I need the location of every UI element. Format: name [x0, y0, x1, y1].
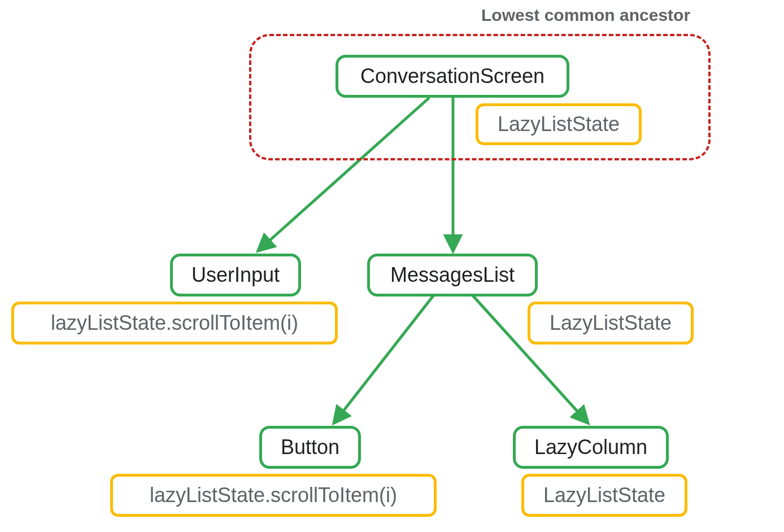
svg-line-2 [334, 294, 435, 422]
node-messages-list-attach: LazyListState [528, 302, 694, 345]
node-user-input-attach: lazyListState.scrollToItem(i) [11, 302, 338, 345]
node-lazy-column: LazyColumn [513, 426, 669, 469]
diagram-canvas: Lowest common ancestor ConversationScree… [0, 0, 784, 532]
node-conversation-screen: ConversationScreen [336, 55, 569, 98]
ancestor-label: Lowest common ancestor [481, 6, 690, 25]
node-lazy-column-attach: LazyListState [521, 474, 687, 517]
node-user-input: UserInput [170, 254, 301, 296]
node-button-attach: lazyListState.scrollToItem(i) [110, 474, 437, 517]
node-button: Button [259, 426, 361, 469]
node-lazyliststate-top: LazyListState [476, 103, 642, 145]
node-messages-list: MessagesList [367, 254, 538, 296]
